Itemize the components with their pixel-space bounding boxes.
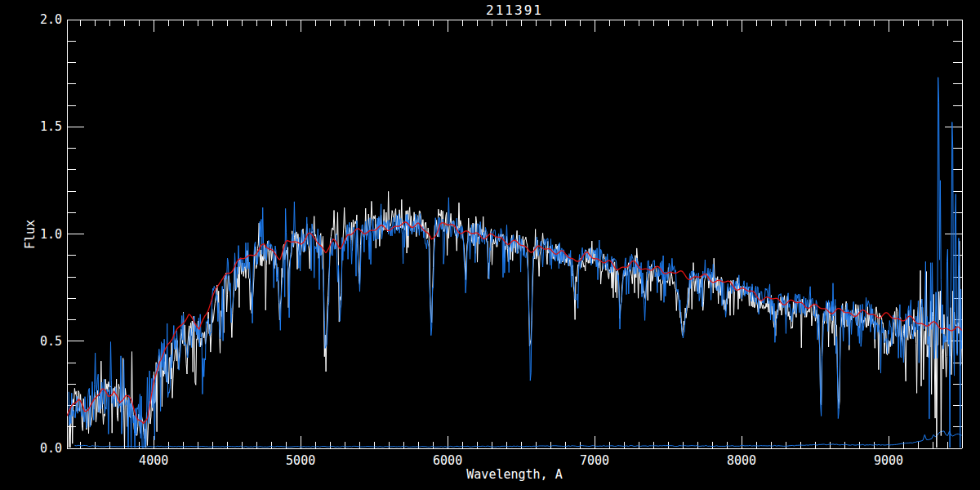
- x-tick-label: 4000: [121, 455, 186, 467]
- observed-spectrum-line: [69, 78, 961, 448]
- error-spectrum-line: [74, 431, 961, 448]
- x-tick-label: 5000: [268, 455, 333, 467]
- spectrum-chart: [0, 0, 980, 490]
- axes-frame: [67, 20, 962, 448]
- y-tick-label: 1.0: [0, 229, 62, 241]
- x-tick-label: 7000: [562, 455, 627, 467]
- x-tick-label: 9000: [856, 455, 921, 467]
- y-tick-label: 0.0: [0, 443, 62, 455]
- y-tick-label: 1.5: [0, 121, 62, 133]
- spectrum-plot-window: 211391 Flux Wavelength, A 40005000600070…: [0, 0, 980, 490]
- chart-title: 211391: [486, 4, 543, 17]
- x-tick-label: 8000: [709, 455, 774, 467]
- y-tick-label: 0.5: [0, 336, 62, 348]
- x-tick-label: 6000: [415, 455, 480, 467]
- y-tick-label: 2.0: [0, 14, 62, 26]
- x-axis-label: Wavelength, A: [466, 469, 562, 481]
